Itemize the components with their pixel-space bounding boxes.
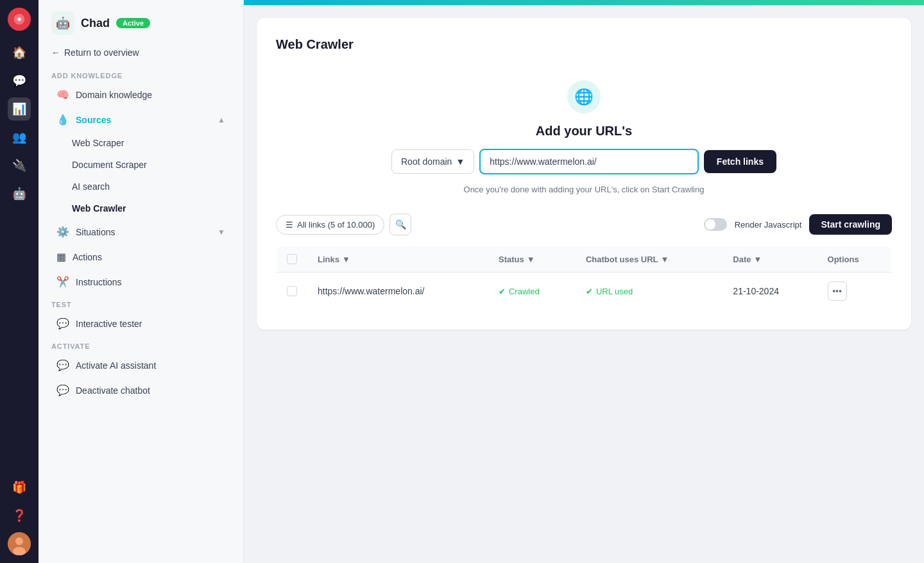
analytics-icon[interactable]: 📊 — [8, 97, 31, 121]
date-cell: 21-10-2024 — [723, 273, 817, 310]
back-arrow-icon: ← — [51, 47, 60, 58]
back-link[interactable]: ← Return to overview — [38, 42, 243, 65]
sidebar-item-situations[interactable]: ⚙️ Situations ▼ — [44, 220, 238, 244]
status-badge: Active — [116, 18, 150, 28]
chat-icon[interactable]: 💬 — [8, 69, 31, 92]
web-crawler-card: Web Crawler 🌐 Add your URL's Root domain… — [257, 18, 911, 330]
bot-icon[interactable]: 🤖 — [8, 182, 31, 205]
sidebar-item-label: Actions — [73, 252, 102, 262]
brain-icon: 🧠 — [56, 88, 69, 101]
fetch-links-button[interactable]: Fetch links — [704, 150, 776, 173]
sidebar-item-web-scraper[interactable]: Web Scraper — [44, 133, 238, 153]
url-hint-text: Once you're done with adding your URL's,… — [464, 185, 705, 194]
search-button[interactable]: 🔍 — [389, 214, 411, 235]
actions-icon: ▦ — [56, 251, 66, 263]
options-column-header: Options — [817, 246, 892, 273]
sort-icon: ▼ — [342, 255, 350, 264]
start-crawling-button[interactable]: Start crawling — [809, 214, 892, 235]
sidebar-item-label: Deactivate chatbot — [76, 385, 150, 396]
chevron-down-icon: ▼ — [218, 228, 225, 237]
row-checkbox-cell — [277, 273, 308, 310]
sidebar-item-ai-search[interactable]: AI search — [44, 176, 238, 197]
table-controls-right: Render Javascript Start crawling — [704, 214, 892, 235]
row-options-button[interactable]: ••• — [828, 282, 847, 301]
sidebar-item-deactivate-chatbot[interactable]: 💬 Deactivate chatbot — [44, 378, 238, 402]
home-icon[interactable]: 🏠 — [8, 41, 31, 64]
row-checkbox[interactable] — [287, 286, 297, 296]
app-logo[interactable] — [8, 8, 31, 31]
url-section-title: Add your URL's — [536, 124, 632, 139]
sidebar-sub-label: Document Scraper — [72, 160, 147, 170]
check-icon: ✔ — [586, 287, 593, 296]
check-icon: ✔ — [499, 287, 506, 296]
activate-icon: 💬 — [56, 359, 69, 371]
sidebar-item-label: Instructions — [76, 277, 122, 287]
table-controls: ☰ All links (5 of 10.000) 🔍 Render Javas… — [276, 214, 892, 235]
tester-icon: 💬 — [56, 317, 69, 330]
url-used-cell: ✔ URL used — [576, 273, 723, 310]
links-column-header: Links ▼ — [307, 246, 488, 273]
main-content-area: Web Crawler 🌐 Add your URL's Root domain… — [244, 0, 924, 563]
chatbot-uses-url-column-header: Chatbot uses URL ▼ — [576, 246, 723, 273]
users-icon[interactable]: 👥 — [8, 126, 31, 149]
sidebar-item-document-scraper[interactable]: Document Scraper — [44, 155, 238, 175]
links-table: Links ▼ Status ▼ Chatbot — [276, 246, 892, 310]
options-cell: ••• — [817, 273, 892, 310]
deactivate-icon: 💬 — [56, 384, 69, 396]
filter-icon: ☰ — [286, 220, 293, 230]
sidebar-item-domain-knowledge[interactable]: 🧠 Domain knowledge — [44, 83, 238, 106]
sidebar-sub-label: Web Crawler — [72, 203, 126, 214]
url-section: 🌐 Add your URL's Root domain ▼ Fetch lin… — [276, 67, 892, 214]
svg-point-2 — [15, 537, 23, 545]
render-javascript-toggle[interactable] — [704, 218, 727, 231]
agent-icon: 🤖 — [51, 12, 74, 35]
add-knowledge-label: ADD KNOWLEDGE — [38, 65, 243, 82]
sidebar: 🤖 Chad Active ← Return to overview ADD K… — [38, 0, 244, 563]
table-header-row: Links ▼ Status ▼ Chatbot — [277, 246, 892, 273]
sidebar-item-interactive-tester[interactable]: 💬 Interactive tester — [44, 312, 238, 335]
sidebar-item-label: Situations — [76, 227, 115, 237]
select-all-checkbox[interactable] — [287, 254, 297, 264]
sidebar-sub-label: Web Scraper — [72, 138, 124, 148]
sidebar-item-instructions[interactable]: ✂️ Instructions — [44, 270, 238, 294]
date-column-header: Date ▼ — [723, 246, 817, 273]
url-input[interactable] — [479, 149, 699, 174]
sidebar-item-label: Domain knowledge — [76, 90, 152, 100]
sort-icon: ▼ — [661, 255, 669, 264]
card-title: Web Crawler — [276, 37, 892, 52]
status-cell: ✔ Crawled — [488, 273, 576, 310]
sidebar-header: 🤖 Chad Active — [38, 0, 243, 42]
sidebar-item-activate-ai[interactable]: 💬 Activate AI assistant — [44, 353, 238, 377]
test-label: TEST — [38, 294, 243, 311]
instructions-icon: ✂️ — [56, 276, 69, 288]
sources-icon: 💧 — [56, 113, 69, 126]
icon-rail: 🏠 💬 📊 👥 🔌 🤖 🎁 ❓ — [0, 0, 38, 563]
select-chevron-icon: ▼ — [456, 156, 465, 167]
sidebar-item-label: Sources — [76, 115, 111, 125]
select-all-header — [277, 246, 308, 273]
sidebar-item-actions[interactable]: ▦ Actions — [44, 245, 238, 269]
sidebar-item-web-crawler[interactable]: Web Crawler — [44, 198, 238, 219]
gift-icon[interactable]: 🎁 — [8, 476, 31, 499]
activate-label: ACTIVATE — [38, 336, 243, 353]
user-avatar[interactable] — [8, 532, 31, 555]
search-icon: 🔍 — [395, 219, 406, 230]
status-column-header: Status ▼ — [488, 246, 576, 273]
sidebar-item-label: Activate AI assistant — [76, 360, 156, 371]
integrations-icon[interactable]: 🔌 — [8, 154, 31, 177]
status-crawled-badge: ✔ Crawled — [499, 287, 565, 296]
sidebar-item-sources[interactable]: 💧 Sources ▲ — [44, 108, 238, 131]
domain-select[interactable]: Root domain ▼ — [391, 149, 474, 174]
table-row: https://www.watermelon.ai/ ✔ Crawled ✔ — [277, 273, 892, 310]
url-cell: https://www.watermelon.ai/ — [307, 273, 488, 310]
filter-button[interactable]: ☰ All links (5 of 10.000) — [276, 215, 384, 235]
chevron-up-icon: ▲ — [218, 115, 225, 124]
sort-icon: ▼ — [527, 255, 535, 264]
filter-label: All links (5 of 10.000) — [297, 220, 375, 230]
top-gradient-bar — [244, 0, 924, 5]
sort-icon: ▼ — [754, 255, 762, 264]
situations-icon: ⚙️ — [56, 226, 69, 238]
help-icon[interactable]: ❓ — [8, 504, 31, 527]
domain-select-label: Root domain — [401, 156, 452, 167]
sidebar-sub-label: AI search — [72, 181, 110, 192]
